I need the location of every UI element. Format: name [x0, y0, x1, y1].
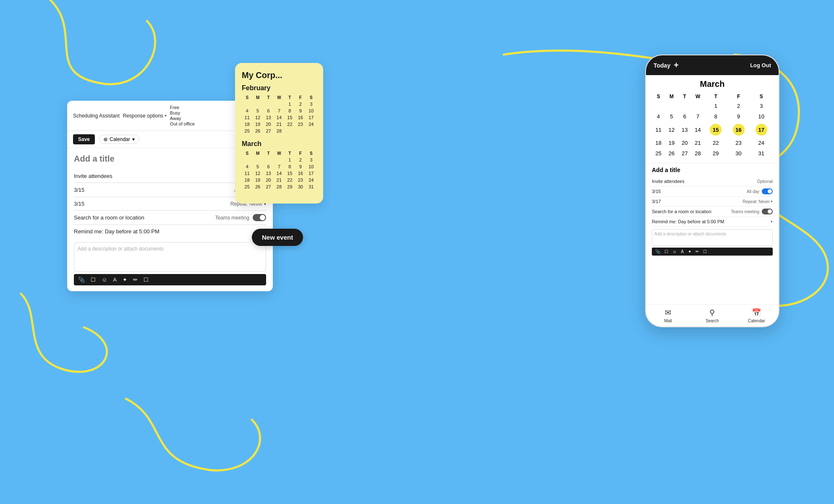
- col-header: T: [285, 94, 295, 101]
- phone-format-toolbar: 📎 ☐ ☺ A ✦ ✏ ☐: [652, 248, 773, 256]
- date-15-highlight[interactable]: 15: [710, 124, 722, 136]
- scheduling-assistant[interactable]: Scheduling Assistant: [73, 113, 120, 119]
- phone-date-start[interactable]: 3/15: [652, 189, 747, 194]
- col-header: F: [295, 94, 306, 101]
- col-header: M: [665, 92, 678, 101]
- nav-search-label: Search: [706, 319, 719, 323]
- col-header: W: [691, 92, 704, 101]
- nav-search[interactable]: ⚲ Search: [690, 308, 734, 323]
- today-button[interactable]: Today: [654, 62, 670, 69]
- phone-remind-label[interactable]: Remind me: Day before at 5:00 PM: [652, 219, 770, 224]
- highlight-icon[interactable]: ✦: [123, 277, 127, 283]
- phone-repeat-label[interactable]: Repeat: Never: [743, 199, 770, 204]
- highlight-icon[interactable]: ✦: [688, 249, 691, 254]
- file-icon[interactable]: ☐: [703, 249, 707, 254]
- emoji-icon[interactable]: ☺: [672, 249, 677, 254]
- location-row: Search for a room or location Teams meet…: [74, 211, 266, 225]
- phone-date-end[interactable]: 3/17: [652, 199, 743, 204]
- col-header: F: [295, 150, 306, 157]
- date-start-label[interactable]: 3/15: [74, 187, 234, 193]
- col-header: S: [306, 150, 316, 157]
- phone-location-row: Search for a room or location Teams meet…: [652, 206, 773, 217]
- chevron-down-icon: ▾: [771, 219, 773, 224]
- yellow-calendar-card: My Corp... February S M T W T F S 123 45…: [235, 63, 323, 204]
- remind-row: Remind me: Day before at 5:00 PM ▾: [74, 225, 266, 238]
- attachment-icon[interactable]: 📎: [78, 277, 85, 283]
- phone-date-end-row: 3/17 Repeat: Never ▾: [652, 197, 773, 206]
- file-icon[interactable]: ☐: [144, 277, 149, 283]
- phone-invite-row: Invite attendees Optional: [652, 177, 773, 186]
- phone-remind-row: Remind me: Day before at 5:00 PM ▾: [652, 217, 773, 227]
- phone-month-title: March: [652, 79, 773, 89]
- col-header: W: [274, 150, 284, 157]
- february-calendar: S M T W T F S 123 45678910 1112131415161…: [242, 94, 316, 134]
- phone-invite-optional: Optional: [757, 179, 773, 184]
- date-16-highlight[interactable]: 16: [733, 124, 745, 136]
- teams-toggle[interactable]: [253, 214, 266, 221]
- location-label[interactable]: Search for a room or location: [74, 214, 215, 221]
- col-header: M: [252, 150, 263, 157]
- phone-all-day-toggle[interactable]: [762, 188, 773, 194]
- mail-icon: ✉: [665, 308, 671, 317]
- emoji-icon[interactable]: ☺: [102, 277, 107, 283]
- col-header: T: [285, 150, 295, 157]
- calendar-icon: 📅: [752, 308, 761, 317]
- attach-icon[interactable]: 📎: [655, 249, 660, 254]
- phone-date-start-row: 3/15 All day: [652, 186, 773, 197]
- draw-icon[interactable]: ✏: [695, 249, 699, 254]
- phone-description-box[interactable]: Add a description or attach documents: [652, 229, 773, 246]
- new-event-button[interactable]: New event: [252, 229, 303, 246]
- march-title: March: [242, 140, 316, 148]
- phone-header: Today + Log Out: [646, 55, 779, 75]
- save-button[interactable]: Save: [73, 134, 95, 144]
- text-icon[interactable]: A: [681, 249, 684, 254]
- col-header: W: [274, 94, 284, 101]
- phone-cal-grid: S M T W T F S 123 4567 8910: [652, 92, 773, 159]
- col-header: S: [306, 94, 316, 101]
- february-title: February: [242, 84, 316, 92]
- image-icon[interactable]: ☐: [91, 277, 96, 283]
- teams-label: Teams meeting: [215, 215, 249, 221]
- nav-mail-label: Mail: [664, 319, 672, 323]
- text-icon[interactable]: A: [113, 277, 117, 283]
- march-calendar: S M T W T F S 123 45678910 1112131415161…: [242, 150, 316, 190]
- col-header: S: [750, 92, 773, 101]
- phone-invite-label: Invite attendees: [652, 179, 757, 184]
- draw-icon[interactable]: ✏: [133, 277, 138, 283]
- add-event-button[interactable]: +: [674, 60, 679, 70]
- phone-title-field[interactable]: Add a title: [652, 167, 773, 173]
- status-menu: Free Busy Away Out of office: [170, 105, 195, 126]
- calendar-selector[interactable]: Calendar ▾: [99, 135, 139, 144]
- date-17-highlight[interactable]: 17: [756, 124, 767, 136]
- chevron-down-icon: ▾: [771, 199, 773, 204]
- bottom-nav: ✉ Mail ⚲ Search 📅 Calendar: [646, 304, 779, 326]
- phone-teams-toggle[interactable]: [762, 209, 773, 214]
- col-header: F: [727, 92, 750, 101]
- col-header: T: [263, 150, 274, 157]
- chevron-down-icon: ▾: [165, 113, 167, 118]
- nav-mail[interactable]: ✉ Mail: [646, 308, 690, 323]
- response-options-dropdown[interactable]: Response options ▾: [123, 113, 167, 119]
- search-icon: ⚲: [709, 308, 715, 317]
- col-header: S: [242, 94, 252, 101]
- logout-button[interactable]: Log Out: [750, 62, 771, 68]
- phone-event-form: Add a title Invite attendees Optional 3/…: [646, 163, 779, 259]
- nav-calendar-label: Calendar: [748, 319, 765, 323]
- col-header: T: [678, 92, 691, 101]
- date-end-label[interactable]: 3/15: [74, 201, 230, 207]
- phone-all-day-label: All day: [747, 189, 759, 194]
- remind-label[interactable]: Remind me: Day before at 5:00 PM: [74, 228, 263, 235]
- col-header: T: [704, 92, 727, 101]
- nav-calendar[interactable]: 📅 Calendar: [735, 308, 779, 323]
- format-toolbar: 📎 ☐ ☺ A ✦ ✏ ☐: [74, 274, 266, 285]
- phone-location-label[interactable]: Search for a room or location: [652, 209, 731, 214]
- phone-calendar: March S M T W T F S 123 4567: [646, 75, 779, 163]
- mobile-phone: Today + Log Out March S M T W T F S: [645, 55, 779, 327]
- col-header: M: [252, 94, 263, 101]
- phone-teams-label: Teams meeting: [731, 209, 759, 214]
- description-box[interactable]: Add a description or attach documents: [74, 242, 266, 272]
- invite-label: Invite attendees: [74, 173, 247, 179]
- calendar-dot: [104, 138, 107, 141]
- image-icon[interactable]: ☐: [664, 249, 668, 254]
- chevron-down-icon: ▾: [132, 136, 135, 142]
